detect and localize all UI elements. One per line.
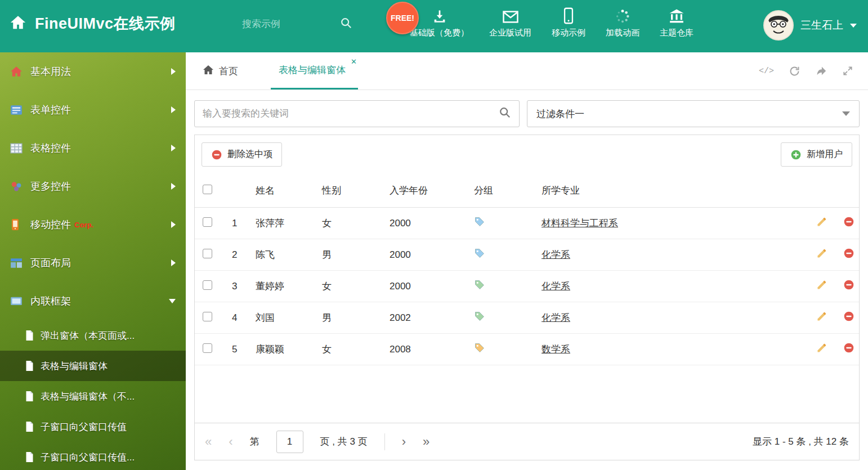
row-checkbox[interactable] [203, 217, 212, 227]
prev-page-button[interactable]: ‹ [229, 435, 232, 449]
edit-icon[interactable] [816, 216, 827, 227]
cell-name: 张萍萍 [251, 208, 317, 239]
row-checkbox[interactable] [203, 312, 212, 321]
share-icon[interactable] [815, 65, 827, 77]
table-row: 1 张萍萍 女 2000 材料科学与工程系 [195, 208, 859, 239]
expand-icon[interactable] [842, 65, 853, 77]
refresh-icon[interactable] [789, 65, 800, 77]
sidebar-subitem-child-to-parent[interactable]: 子窗口向父窗口传值 [0, 411, 186, 442]
nav-item-loading-animation[interactable]: 加载动画 [606, 7, 639, 38]
chevron-right-icon [171, 106, 176, 113]
nav-item-mobile-demo[interactable]: 移动示例 [552, 7, 585, 38]
nav-item-basic-free[interactable]: 基础版（免费） [410, 7, 469, 38]
sidebar-item-grid-controls[interactable]: 表格控件 [0, 129, 186, 167]
sidebar-item-inline-frame[interactable]: 内联框架 [0, 282, 186, 320]
minus-circle-icon [211, 149, 222, 160]
major-link[interactable]: 材料科学与工程系 [542, 218, 618, 229]
cell-year: 2002 [385, 302, 469, 334]
user-avatar [763, 10, 794, 41]
app-root: FineUIMvc在线示例 FREE! 基础版（免费） 企业版试用 [0, 0, 868, 470]
source-code-icon[interactable]: </> [759, 66, 774, 76]
filter-row: 过滤条件一 [194, 100, 860, 127]
tab-grid-edit-window[interactable]: 表格与编辑窗体 ✕ [271, 52, 358, 89]
last-page-button[interactable]: » [423, 435, 429, 449]
table-row: 3 董婷婷 女 2000 化学系 [195, 271, 859, 302]
frame-icon [10, 295, 24, 307]
add-user-button[interactable]: 新增用户 [781, 142, 852, 167]
mobile-icon [563, 7, 574, 24]
page-body: 过滤条件一 删除选中项 新增用户 [186, 90, 868, 470]
nav-label: 主题仓库 [660, 28, 693, 38]
page-prefix-label: 第 [250, 435, 259, 448]
sidebar-subitem-grid-edit-window[interactable]: 表格与编辑窗体 [0, 351, 186, 381]
filter-dropdown[interactable]: 过滤条件一 [527, 100, 860, 127]
tag-icon [474, 279, 485, 290]
keyword-search-input[interactable] [203, 108, 499, 119]
search-icon[interactable] [340, 17, 352, 32]
nav-item-enterprise-trial[interactable]: 企业版试用 [489, 7, 531, 38]
cell-year: 2000 [385, 271, 469, 302]
delete-row-icon[interactable] [843, 248, 854, 259]
cell-name: 刘国 [251, 302, 317, 334]
major-link[interactable]: 化学系 [542, 281, 570, 292]
grid-toolbar: 删除选中项 新增用户 [195, 135, 859, 174]
corp-badge: Corp. [74, 221, 93, 229]
edit-icon[interactable] [816, 248, 827, 259]
select-all-checkbox[interactable] [203, 185, 212, 194]
home-icon [203, 65, 214, 78]
row-checkbox[interactable] [203, 249, 212, 258]
sidebar-item-basic-usage[interactable]: 基本用法 [0, 52, 186, 91]
sidebar-item-form-controls[interactable]: 表单控件 [0, 91, 186, 129]
delete-row-icon[interactable] [843, 342, 854, 353]
next-page-button[interactable]: › [402, 435, 406, 449]
major-link[interactable]: 数学系 [542, 344, 570, 355]
sidebar-item-page-layout[interactable]: 页面布局 [0, 244, 186, 282]
edit-icon[interactable] [816, 279, 827, 290]
tab-home[interactable]: 首页 [195, 52, 246, 89]
row-checkbox[interactable] [203, 343, 212, 353]
cell-year: 2000 [385, 239, 469, 271]
header-search-input[interactable] [242, 19, 326, 30]
nav-item-theme-repo[interactable]: 主题仓库 [660, 7, 693, 38]
delete-row-icon[interactable] [843, 216, 854, 227]
brand[interactable]: FineUIMvc在线示例 [9, 14, 176, 34]
cell-name: 康颖颖 [251, 334, 317, 365]
mobile-icon [10, 218, 24, 231]
file-icon [25, 391, 35, 402]
col-enroll-year: 入学年份 [385, 174, 469, 208]
envelope-icon [502, 7, 519, 24]
layout-icon [10, 257, 24, 269]
row-number: 2 [227, 239, 251, 271]
table-row: 5 康颖颖 女 2008 数学系 [195, 334, 859, 365]
chevron-right-icon [171, 183, 176, 190]
delete-row-icon[interactable] [843, 311, 854, 322]
row-number: 1 [227, 208, 251, 239]
major-link[interactable]: 化学系 [542, 312, 570, 323]
cell-gender: 男 [317, 302, 385, 334]
user-menu[interactable]: 三生石上 [763, 10, 857, 41]
chevron-down-icon [169, 299, 176, 303]
page-number-input[interactable] [276, 431, 303, 453]
edit-icon[interactable] [816, 311, 827, 322]
sidebar-subitem-popup-window[interactable]: 弹出窗体（本页面或... [0, 320, 186, 351]
widgets-icon [10, 180, 24, 193]
delete-row-icon[interactable] [843, 279, 854, 290]
major-link[interactable]: 化学系 [542, 249, 570, 260]
row-number: 5 [227, 334, 251, 365]
chevron-down-icon [850, 24, 857, 28]
row-checkbox[interactable] [203, 280, 212, 290]
free-badge: FREE! [386, 2, 419, 34]
bank-icon [668, 7, 685, 24]
sidebar-item-more-controls[interactable]: 更多控件 [0, 167, 186, 205]
tag-icon [474, 311, 485, 322]
edit-icon[interactable] [816, 342, 827, 353]
sidebar-subitem-grid-edit-window-alt[interactable]: 表格与编辑窗体（不... [0, 381, 186, 411]
search-icon[interactable] [499, 106, 511, 121]
sidebar-subitem-child-to-parent-alt[interactable]: 子窗口向父窗口传值... [0, 442, 186, 470]
chevron-right-icon [171, 68, 176, 75]
first-page-button[interactable]: « [205, 435, 212, 449]
delete-selected-button[interactable]: 删除选中项 [202, 142, 282, 167]
tag-icon [474, 248, 485, 259]
sidebar-item-mobile-controls[interactable]: 移动控件 Corp. [0, 205, 186, 244]
close-icon[interactable]: ✕ [351, 57, 357, 66]
